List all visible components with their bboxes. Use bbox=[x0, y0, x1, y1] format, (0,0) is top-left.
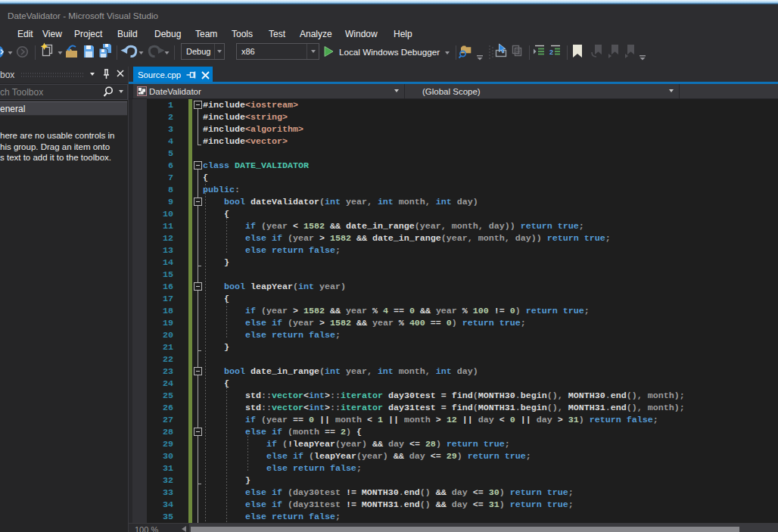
svg-text:2: 2 bbox=[549, 48, 553, 56]
